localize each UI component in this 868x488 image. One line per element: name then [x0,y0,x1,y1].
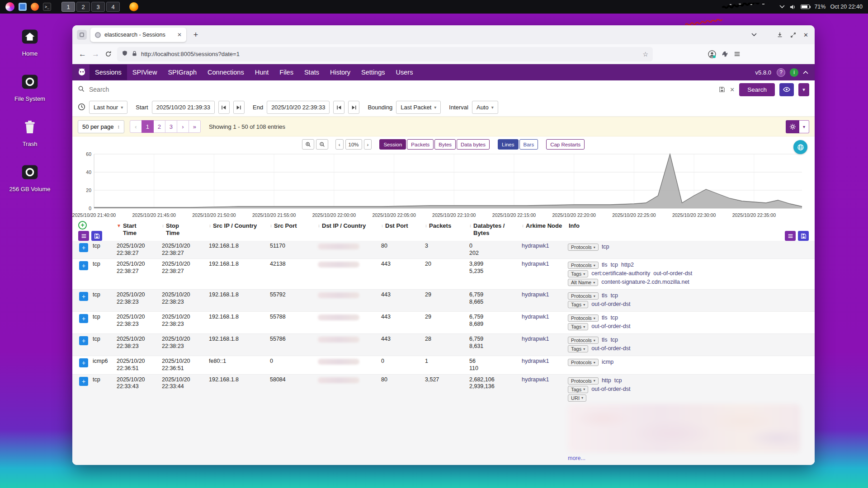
bytes-value[interactable]: 8,665 [469,299,518,306]
search-dropdown-button[interactable]: ▾ [798,83,809,96]
arkime-owl-logo-icon[interactable] [77,67,87,77]
page-button-2[interactable]: 2 [153,120,165,133]
start-time-value[interactable]: 2025/10/20 22:38:27 [117,261,145,274]
bytes-value[interactable]: 5,235 [469,268,518,275]
arkime-node-value[interactable]: hydrapwk1 [522,243,549,249]
page-prev-button[interactable]: ‹ [130,120,142,133]
save-search-icon[interactable] [719,86,725,93]
zoom-in-icon[interactable] [302,139,314,150]
info-menu-protocols[interactable]: Protocols▾ [568,292,599,300]
start-skip-back-icon[interactable] [218,101,230,114]
src-ip-value[interactable]: 192.168.1.8 [209,376,239,383]
tab-close-icon[interactable]: ✕ [177,32,182,38]
info-value[interactable]: tcp [610,262,618,269]
page-last-button[interactable]: » [189,120,201,133]
info-menu-uri[interactable]: URI▾ [568,394,586,402]
info-value[interactable]: tls [602,292,608,300]
launcher-logo-icon[interactable] [5,2,14,11]
bytes-value[interactable]: 8,689 [469,321,518,328]
desktop-icon-home[interactable]: Home [5,28,54,57]
dst-port-value[interactable]: 0 [381,358,384,364]
info-columns-button[interactable] [785,231,796,241]
column-header-stop-time[interactable]: ↕Stop Time [160,221,207,238]
app-icon-files[interactable] [19,3,27,11]
workspace-button-1[interactable]: 1 [61,2,75,12]
protocol-value[interactable]: tcp [93,314,100,320]
databytes-value[interactable]: 6,759 [469,336,518,343]
info-value[interactable]: http2 [621,262,634,269]
session-expand-button[interactable]: + [79,243,88,252]
info-value[interactable]: tls [602,314,608,322]
nav-item-settings[interactable]: Settings [356,65,390,80]
pan-left-button[interactable]: ‹ [335,139,344,150]
workspace-button-3[interactable]: 3 [91,2,105,12]
src-ip-value[interactable]: 192.168.1.8 [209,261,239,267]
src-ip-value[interactable]: 192.168.1.8 [209,314,239,320]
start-time-value[interactable]: 2025/10/20 22:36:51 [117,358,145,371]
bounding-select[interactable]: Last Packet ▾ [396,101,441,114]
cap-restarts-toggle[interactable]: Cap Restarts [546,139,585,150]
session-expand-button[interactable]: + [79,377,88,386]
packets-value[interactable]: 3 [425,243,428,249]
desktop-icon-file-system[interactable]: File System [5,73,54,102]
src-ip-value[interactable]: 192.168.1.8 [209,243,239,249]
extensions-icon[interactable] [722,51,728,57]
bookmark-star-icon[interactable]: ☆ [642,51,648,58]
column-header-src-ip-country[interactable]: ↕Src IP / Country [207,221,268,231]
desktop-icon-volume-256[interactable]: 256 GB Volume [5,164,54,192]
databytes-value[interactable]: 3,899 [469,261,518,268]
nav-item-hunt[interactable]: Hunt [250,65,274,80]
info-icon[interactable]: i [790,68,798,77]
nav-item-sessions[interactable]: Sessions [90,65,127,80]
metric-toggle-bytes[interactable]: Bytes [434,139,456,150]
clock[interactable]: Oct 20 22:40 [830,4,863,10]
info-value[interactable]: tls [602,262,608,269]
nav-item-connections[interactable]: Connections [202,65,250,80]
info-value[interactable]: out-of-order-dst [653,270,692,277]
packets-value[interactable]: 3,527 [425,376,439,383]
protocol-value[interactable]: tcp [93,291,100,298]
arkime-node-value[interactable]: hydrapwk1 [522,314,549,320]
toggle-columns-button[interactable] [78,231,89,241]
stop-time-value[interactable]: 2025/10/20 22:38:23 [162,336,190,349]
src-port-value[interactable]: 55786 [270,336,286,342]
metric-toggle-packets[interactable]: Packets [407,139,434,150]
info-value[interactable]: http [602,377,611,385]
dst-port-value[interactable]: 80 [381,376,387,383]
nav-item-spigraph[interactable]: SPIGraph [162,65,202,80]
src-port-value[interactable]: 0 [270,358,273,364]
src-ip-value[interactable]: 192.168.1.8 [209,291,239,298]
start-time-value[interactable]: 2025/10/20 22:38:23 [117,336,145,349]
bytes-value[interactable]: 110 [469,365,518,372]
per-page-select[interactable]: 50 per page ↕ [78,120,124,133]
info-value[interactable]: icmp [602,359,613,366]
arkime-node-value[interactable]: hydrapwk1 [522,291,549,298]
src-ip-value[interactable]: 192.168.1.8 [209,336,239,342]
src-port-value[interactable]: 55788 [270,314,286,320]
arkime-node-value[interactable]: hydrapwk1 [522,336,549,342]
window-close-icon[interactable]: ✕ [803,32,808,38]
session-expand-button[interactable]: + [79,336,88,345]
map-globe-button[interactable] [793,140,807,154]
firefox-view-icon[interactable] [77,30,87,40]
packets-value[interactable]: 20 [425,261,431,267]
info-menu-tags[interactable]: Tags▾ [568,301,588,308]
protocol-value[interactable]: tcp [93,243,100,249]
info-value[interactable]: tcp [610,292,618,300]
column-header-databytes-bytes[interactable]: ↕Databytes / Bytes [467,221,520,238]
src-port-value[interactable]: 58084 [270,376,286,383]
sessions-timeline-chart[interactable]: 0204060 [77,150,810,210]
url-input[interactable] [141,51,639,57]
protocol-value[interactable]: tcp [93,376,100,383]
dst-port-value[interactable]: 443 [381,314,391,320]
session-expand-button[interactable]: + [79,292,88,301]
views-eye-button[interactable] [779,83,794,96]
end-skip-back-icon[interactable] [333,101,344,114]
workspace-button-4[interactable]: 4 [106,2,120,12]
menu-hamburger-icon[interactable] [734,51,741,57]
src-port-value[interactable]: 42138 [270,261,286,267]
interval-select[interactable]: Auto ▾ [472,101,498,114]
stop-time-value[interactable]: 2025/10/20 22:38:27 [162,261,190,274]
forward-icon[interactable]: → [92,50,99,59]
info-menu-tags[interactable]: Tags▾ [568,323,588,330]
